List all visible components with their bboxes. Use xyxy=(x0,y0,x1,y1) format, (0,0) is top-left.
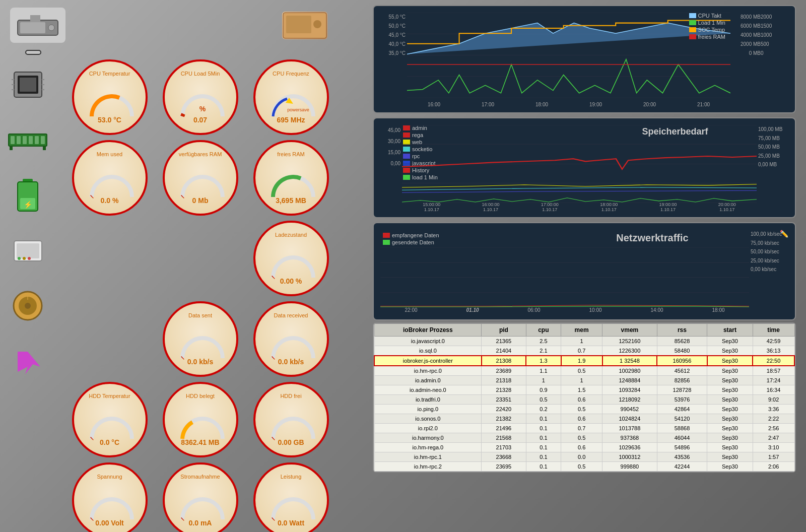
chart1-y-right-0: 2000 xyxy=(761,13,791,22)
gauge-circle-voltage: Spannung 0.00 Volt xyxy=(72,462,148,533)
gauge-data-recv: Data received 0.0 kb/s xyxy=(247,300,335,378)
col-header-time: time xyxy=(753,324,794,337)
chart-memory: 45,00 30,00 15,00 0,00 100,00 MB 75,00 M… xyxy=(373,117,796,218)
header xyxy=(0,0,343,50)
col-header-process: ioBroker Prozess xyxy=(374,324,482,337)
left-panel: ⚡ xyxy=(0,0,343,532)
svg-text:⚡: ⚡ xyxy=(24,201,33,209)
svg-point-2 xyxy=(48,25,54,31)
chart3-svg xyxy=(380,247,749,308)
svg-point-31 xyxy=(18,257,21,260)
table-row: io.harmony.0 21568 0.1 0.5 937368 46044 … xyxy=(374,433,794,443)
svg-rect-1 xyxy=(20,22,45,33)
svg-point-36 xyxy=(25,303,31,309)
svg-rect-18 xyxy=(17,136,21,144)
table-row: io.admin-neo.0 21328 0.9 1.5 1093284 128… xyxy=(374,385,794,395)
gauge-current: Stromaufnahme 0.0 mA xyxy=(156,461,244,532)
slave-image xyxy=(282,12,327,39)
sidebar-cpu-icon xyxy=(8,71,48,98)
chart1-svg xyxy=(407,13,730,98)
col-header-vmem: vmem xyxy=(602,324,657,337)
gauge-circle-current: Stromaufnahme 0.0 mA xyxy=(163,462,238,533)
chart2-x-axis: 15:00:001.10.17 16:00:001.10.17 17:00:00… xyxy=(402,202,757,212)
table-row: iobroker.js-controller 21308 1.3 1.9 1 3… xyxy=(374,356,794,366)
gauge-charge: Ladezustand 0.00 % xyxy=(247,219,335,297)
sidebar-network-icon xyxy=(8,237,48,264)
edit-icon[interactable]: ✏️ xyxy=(780,230,788,238)
legend-cpu-takt: CPU Takt xyxy=(689,13,725,19)
gauge-empty-1 xyxy=(65,219,154,297)
table-row: io.rpi2.0 21496 0.1 0.7 1013788 58868 Se… xyxy=(374,424,794,433)
sidebar-hdd-icon xyxy=(8,292,48,320)
gauge-empty-3 xyxy=(65,300,154,378)
chart1-y-right-1: 1500 xyxy=(761,22,791,31)
svg-text:powersave: powersave xyxy=(287,107,309,112)
col-header-cpu: cpu xyxy=(526,324,561,337)
uptime-row xyxy=(13,48,343,57)
table-row: io.ping.0 22420 0.2 0.5 990452 42864 Sep… xyxy=(374,405,794,414)
slave-section xyxy=(277,12,332,39)
gauge-grid: CPU Temperatur 53.0 °C CPU Load 5Min % 0… xyxy=(65,58,335,532)
legend-freies-ram: freies RAM xyxy=(689,34,725,40)
chart1-y-left-4: 35,0 °C xyxy=(378,49,406,58)
gauge-circle-cpu-load: CPU Load 5Min % 0.07 xyxy=(163,59,238,135)
uptime-badge xyxy=(25,50,41,55)
gauge-voltage: Spannung 0.00 Volt xyxy=(65,461,154,532)
table-row: io.sql.0 21404 2.1 0.7 1226300 58480 Sep… xyxy=(374,346,794,356)
gauge-mem-used: Mem used 0.0 % xyxy=(65,139,154,217)
gauge-circle-power: Leistung 0.0 Watt xyxy=(253,462,329,533)
chart2-svg xyxy=(402,125,757,203)
chart-network: 100,00 kb/sec 75,00 kb/sec 50,00 kb/sec … xyxy=(373,222,796,320)
chart3-title: Netzwerktraffic xyxy=(564,232,741,244)
device-image xyxy=(10,8,65,43)
svg-rect-22 xyxy=(41,136,45,144)
gauge-hdd-temp: HDD Temperatur 0.0 °C xyxy=(65,380,154,458)
chart1-y-far-4: 0 MB xyxy=(733,49,761,58)
svg-rect-21 xyxy=(35,136,39,144)
gauge-free-ram: freies RAM 3,695 MB xyxy=(247,139,335,217)
svg-rect-20 xyxy=(29,136,33,144)
chart1-y-left-3: 40,0 °C xyxy=(378,40,406,49)
table-row: io.tradfri.0 23351 0.5 0.6 1218092 53976… xyxy=(374,395,794,405)
table-row: io.javascript.0 21365 2.5 1 1252160 8562… xyxy=(374,337,794,346)
gauge-hdd-free: HDD frei 0.00 GB xyxy=(247,380,335,458)
svg-marker-38 xyxy=(18,352,40,374)
gauge-circle-data-sent: Data sent 0.0 kb/s xyxy=(163,301,238,377)
chart1-y-far-3: 2000 MB xyxy=(733,40,761,49)
gauge-cpu-temp: CPU Temperatur 53.0 °C xyxy=(65,58,154,136)
legend-load-1min: Load 1 Min xyxy=(689,20,725,26)
gauge-circle-cpu-freq: CPU Frequenz powersave 695 MHz xyxy=(253,59,329,135)
table-row: io.hm-rpc.0 23689 1.1 0.5 1002980 45612 … xyxy=(374,366,794,376)
chart1-y-left-1: 50,0 °C xyxy=(378,22,406,31)
col-header-start: start xyxy=(707,324,753,337)
gauge-circle-charge: Ladezustand 0.00 % xyxy=(253,221,329,296)
legend-soc-temp: SOC Temp xyxy=(689,27,725,33)
gauge-empty-2 xyxy=(156,219,244,297)
svg-rect-9 xyxy=(20,78,36,92)
sidebar-bird-icon xyxy=(8,348,48,375)
gauge-power: Leistung 0.0 Watt xyxy=(247,461,335,532)
col-header-rss: rss xyxy=(657,324,707,337)
svg-rect-3 xyxy=(30,15,40,22)
col-header-mem: mem xyxy=(561,324,602,337)
process-table: ioBroker Prozess pid cpu mem vmem rss st… xyxy=(373,322,796,473)
gauge-circle-data-recv: Data received 0.0 kb/s xyxy=(253,301,329,377)
chart1-legend: CPU Takt Load 1 Min SOC Temp freies RAM xyxy=(689,13,725,41)
svg-text:%: % xyxy=(199,105,206,113)
svg-point-33 xyxy=(28,257,31,260)
sidebar-icons: ⚡ xyxy=(8,71,48,375)
right-panel: 55,0 °C 50,0 °C 45,0 °C 40,0 °C 35,0 °C … xyxy=(373,5,796,324)
svg-point-6 xyxy=(313,20,321,28)
sidebar-ram-icon xyxy=(8,126,48,154)
table-row: io.hm-rpc.1 23668 0.1 0.0 1000312 43536 … xyxy=(374,452,794,462)
gauge-data-sent: Data sent 0.0 kb/s xyxy=(156,300,244,378)
gauge-cpu-freq: CPU Frequenz powersave 695 MHz xyxy=(247,58,335,136)
chart-cpu-history: 55,0 °C 50,0 °C 45,0 °C 40,0 °C 35,0 °C … xyxy=(373,5,796,113)
chart3-x-axis: 22:00 01.10 06:00 10:00 14:00 18:00 xyxy=(380,307,749,313)
col-header-pid: pid xyxy=(482,324,526,337)
chart1-y-right-2: 1000 xyxy=(761,31,791,40)
gauge-circle-cpu-temp: CPU Temperatur 53.0 °C xyxy=(72,59,148,135)
chart1-y-right-3: 500 xyxy=(761,40,791,49)
gauge-hdd-used: HDD belegt 8362.41 MB xyxy=(156,380,244,458)
svg-rect-24 xyxy=(43,146,46,150)
